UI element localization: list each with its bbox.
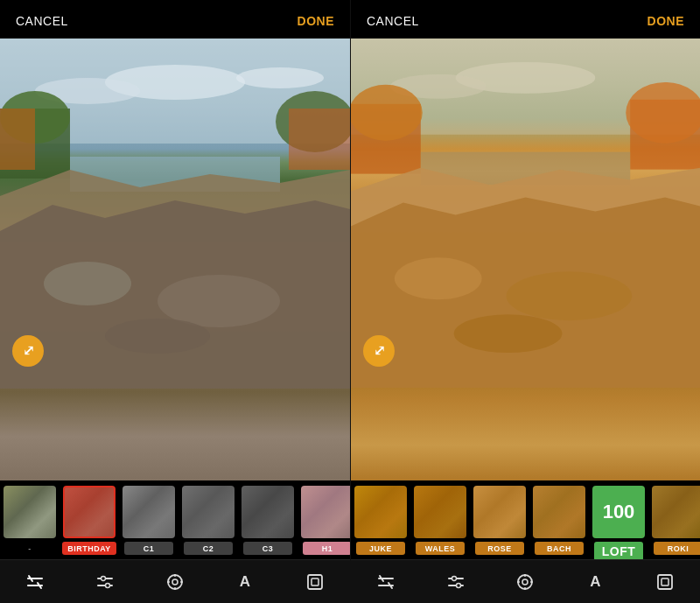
- svg-point-33: [390, 74, 486, 99]
- left-tool-filter[interactable]: [18, 564, 52, 599]
- filter-c2-label: C2: [184, 542, 233, 555]
- filter-h1-label: H1: [303, 542, 350, 555]
- filter-loft-thumb: 100: [592, 486, 645, 538]
- left-panel: CANCEL DONE: [0, 0, 350, 603]
- filter-h1-thumb: [301, 486, 350, 538]
- filter-birthday-label: BIRTHDAY: [62, 542, 116, 555]
- filter-c3-label: C3: [243, 542, 292, 555]
- svg-point-22: [106, 583, 110, 587]
- filter-wales-label: WALES: [416, 542, 465, 555]
- svg-point-52: [518, 575, 532, 589]
- filter-loft-label: LOFT: [594, 542, 643, 559]
- filter-rose-thumb: [473, 486, 526, 538]
- left-tool-frame[interactable]: [298, 564, 332, 599]
- svg-rect-36: [630, 100, 700, 170]
- svg-rect-30: [312, 578, 318, 585]
- svg-point-43: [454, 314, 563, 353]
- right-expand-icon: ⤢: [374, 344, 385, 358]
- right-tool-frame[interactable]: [648, 564, 682, 599]
- left-expand-button[interactable]: ⤢: [12, 335, 44, 367]
- filter-birthday[interactable]: BIRTHDAY: [60, 486, 119, 555]
- filter-loft-number: 100: [594, 487, 643, 536]
- left-bottom-toolbar: A: [0, 559, 350, 603]
- svg-point-2: [35, 78, 140, 104]
- right-photo: [351, 39, 700, 480]
- svg-rect-8: [289, 109, 350, 170]
- right-tool-filter[interactable]: [368, 564, 403, 599]
- filter-none-thumb: [4, 486, 56, 538]
- filter-c1-thumb: [122, 486, 175, 538]
- svg-point-51: [456, 583, 460, 587]
- right-bottom-toolbar: A: [351, 559, 700, 603]
- svg-point-53: [522, 579, 528, 585]
- svg-point-23: [168, 575, 182, 589]
- svg-rect-29: [308, 575, 322, 589]
- svg-point-13: [158, 275, 280, 327]
- left-tool-retouch[interactable]: [158, 564, 192, 599]
- svg-point-32: [456, 62, 596, 94]
- svg-rect-9: [70, 157, 280, 192]
- svg-point-37: [626, 82, 700, 144]
- right-tool-retouch[interactable]: [508, 564, 542, 599]
- svg-point-12: [44, 262, 131, 305]
- svg-point-5: [0, 91, 70, 144]
- svg-rect-38: [421, 152, 630, 186]
- svg-rect-59: [662, 578, 668, 585]
- right-header: CANCEL DONE: [351, 0, 700, 39]
- filter-juke-label: JUKE: [356, 542, 405, 555]
- svg-point-3: [236, 67, 324, 88]
- svg-rect-0: [0, 39, 350, 144]
- right-tool-adjust[interactable]: [438, 564, 473, 599]
- filter-juke-thumb: [354, 486, 407, 538]
- left-cancel-button[interactable]: CANCEL: [16, 14, 68, 28]
- filter-bach[interactable]: BACH: [529, 486, 589, 555]
- svg-point-14: [105, 319, 210, 354]
- filter-birthday-thumb: [63, 486, 116, 538]
- svg-point-21: [102, 576, 106, 580]
- svg-point-42: [507, 271, 633, 320]
- svg-rect-58: [658, 575, 672, 589]
- filter-rose-label: ROSE: [475, 542, 524, 555]
- left-photo-area: ⤢: [0, 39, 350, 480]
- left-tool-text[interactable]: A: [228, 564, 262, 599]
- svg-rect-34: [351, 104, 421, 174]
- svg-marker-11: [0, 200, 350, 389]
- svg-point-1: [105, 65, 245, 100]
- svg-point-50: [452, 576, 456, 580]
- right-expand-button[interactable]: ⤢: [363, 335, 395, 367]
- right-cancel-button[interactable]: CANCEL: [367, 14, 419, 28]
- filter-roki-thumb: [652, 486, 700, 538]
- filter-loft[interactable]: 100 LOFT: [589, 486, 648, 559]
- filter-c1[interactable]: C1: [119, 486, 178, 555]
- expand-icon: ⤢: [23, 344, 34, 358]
- left-done-button[interactable]: DONE: [298, 14, 334, 28]
- filter-c2[interactable]: C2: [178, 486, 238, 555]
- filter-roki[interactable]: ROKI: [648, 486, 700, 555]
- right-filter-strip: JUKE WALES ROSE BACH 100 LOFT ROKI: [351, 480, 700, 559]
- left-filter-strip: - BIRTHDAY C1 C2 C3 H1: [0, 480, 350, 559]
- right-tool-text[interactable]: A: [578, 564, 612, 599]
- filter-wales-thumb: [414, 486, 466, 538]
- filter-juke[interactable]: JUKE: [351, 486, 410, 555]
- filter-c3-thumb: [242, 486, 294, 538]
- right-done-button[interactable]: DONE: [648, 14, 684, 28]
- filter-c1-label: C1: [124, 542, 173, 555]
- left-header: CANCEL DONE: [0, 0, 350, 39]
- filter-bach-label: BACH: [535, 542, 584, 555]
- filter-none-label: -: [5, 542, 54, 555]
- filter-none[interactable]: -: [0, 486, 60, 555]
- filter-c2-thumb: [182, 486, 234, 538]
- filter-wales[interactable]: WALES: [410, 486, 470, 555]
- svg-point-24: [172, 579, 178, 585]
- filter-rose[interactable]: ROSE: [470, 486, 529, 555]
- svg-point-35: [351, 85, 423, 141]
- svg-rect-4: [0, 109, 70, 179]
- svg-marker-40: [351, 198, 700, 388]
- filter-h1[interactable]: H1: [298, 486, 350, 555]
- filter-bach-thumb: [533, 486, 585, 538]
- left-tool-adjust[interactable]: [88, 564, 122, 599]
- filter-roki-label: ROKI: [654, 542, 700, 555]
- svg-marker-10: [0, 170, 350, 389]
- filter-c3[interactable]: C3: [238, 486, 298, 555]
- right-panel: CANCEL DONE: [350, 0, 700, 603]
